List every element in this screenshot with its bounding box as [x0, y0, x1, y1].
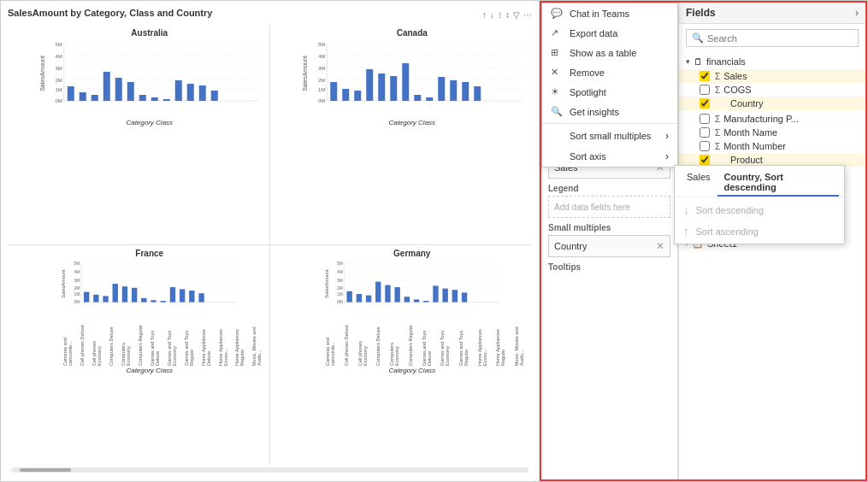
remove-item[interactable]: ✕ Remove	[542, 62, 677, 82]
spotlight-item[interactable]: ☀ Spotlight	[542, 82, 677, 102]
panel-title-australia: Australia	[33, 28, 266, 38]
svg-text:0M: 0M	[317, 98, 324, 103]
cat-label: Cell phones Deluxe	[80, 323, 85, 366]
panel-title-france: France	[33, 249, 266, 258]
fields-title: Fields	[686, 7, 716, 19]
cogs-checkbox[interactable]	[700, 85, 710, 95]
svg-rect-106	[452, 290, 457, 302]
month-number-checkbox[interactable]	[700, 141, 710, 151]
sort-tabs: Sales Country, Sort descending	[675, 166, 678, 197]
export-data-item[interactable]: ↗ Export data	[542, 23, 677, 43]
svg-rect-79	[189, 291, 194, 303]
panel-title-germany: Germany	[296, 249, 529, 258]
sort-ascending-item[interactable]: ↑ Sort ascending	[675, 220, 678, 242]
sales-checkbox[interactable]	[700, 71, 710, 81]
tooltips-label: Tooltips	[548, 262, 670, 272]
cat-label: Home Appliances Deluxe	[201, 323, 211, 366]
search-icon: 🔍	[692, 32, 704, 44]
country-checkbox[interactable]	[700, 98, 710, 109]
legend-label: Legend	[548, 184, 670, 193]
svg-text:5M: 5M	[74, 262, 80, 266]
svg-rect-15	[80, 92, 86, 101]
svg-rect-50	[438, 77, 445, 101]
cat-label-de: Games and Toys Regular	[458, 323, 469, 366]
sort-az-icon[interactable]: ↕	[505, 10, 510, 20]
svg-rect-49	[426, 97, 433, 101]
cogs-field-item[interactable]: Σ COGS	[679, 83, 865, 97]
expand-icon: ▾	[686, 57, 690, 66]
filter-icon[interactable]: ▽	[513, 10, 520, 20]
search-box[interactable]: 🔍	[686, 29, 859, 47]
svg-rect-41	[330, 82, 337, 101]
sigma-icon: Σ	[715, 72, 720, 81]
sigma-icon: Σ	[715, 85, 720, 95]
sort-small-multiples-item[interactable]: Sort small multiples	[542, 126, 677, 146]
svg-rect-16	[92, 95, 98, 101]
svg-text:SalesAmount: SalesAmount	[302, 56, 308, 91]
svg-rect-68	[84, 292, 89, 303]
export-icon: ↗	[551, 27, 563, 38]
month-name-field-item[interactable]: Σ Month Name	[679, 126, 865, 139]
more-options-icon[interactable]: ⋯	[523, 10, 532, 20]
month-name-checkbox[interactable]	[700, 127, 710, 138]
tooltips-section: Tooltips	[548, 262, 670, 272]
financials-group: ▾ 🗒 financials Σ Sales Σ COGS	[679, 54, 865, 110]
fields-nav-right[interactable]: ›	[855, 7, 859, 19]
svg-rect-20	[139, 95, 146, 101]
small-multiples-remove[interactable]: ✕	[656, 240, 664, 252]
sort-descending-item[interactable]: ↓ Sort descending	[675, 199, 678, 220]
small-multiples-box[interactable]: Country ✕	[548, 235, 670, 257]
insights-icon: 🔍	[551, 106, 563, 117]
financials-header[interactable]: ▾ 🗒 financials	[679, 54, 865, 69]
manufacturing-field-item[interactable]: Σ Manufacturing P...	[679, 112, 865, 126]
svg-rect-107	[461, 292, 466, 302]
manufacturing-checkbox[interactable]	[700, 114, 710, 124]
cat-label-de: Games and Toys Deluxe	[422, 323, 432, 366]
svg-rect-42	[342, 89, 349, 101]
svg-rect-43	[354, 91, 361, 101]
cat-label-de: Games and Toys Economy	[440, 323, 450, 366]
country-field-item[interactable]: Country	[679, 97, 865, 110]
svg-rect-18	[115, 78, 122, 101]
legend-placeholder[interactable]: Add data fields here	[548, 196, 670, 218]
cat-label-de: Home Appliances Econo...	[477, 323, 487, 366]
svg-rect-95	[346, 291, 351, 303]
chart-scrollbar[interactable]	[11, 467, 528, 473]
svg-rect-47	[402, 63, 409, 101]
svg-text:SalesAmount: SalesAmount	[39, 56, 45, 91]
cat-label: Games and Toys Regular	[184, 323, 194, 366]
cat-label-de: Computers Deluxe	[375, 323, 381, 366]
sigma-icon: Σ	[715, 142, 720, 151]
svg-rect-78	[180, 289, 185, 302]
svg-rect-44	[366, 69, 373, 101]
svg-text:1M: 1M	[336, 292, 342, 297]
table-view-icon: ⊞	[551, 47, 563, 58]
column-icon[interactable]: ⫶	[498, 10, 502, 20]
svg-rect-14	[68, 86, 74, 101]
svg-rect-77	[170, 287, 175, 303]
svg-rect-24	[187, 84, 194, 101]
sales-field-item[interactable]: Σ Sales	[679, 69, 865, 83]
svg-text:3M: 3M	[336, 279, 342, 283]
search-input[interactable]	[707, 33, 853, 44]
svg-text:5M: 5M	[55, 42, 62, 47]
svg-text:0M: 0M	[55, 98, 62, 103]
cat-label-de: Computers Economy	[389, 323, 399, 366]
get-insights-item[interactable]: 🔍 Get insights	[542, 102, 677, 121]
cat-label: Home Appliances Econo...	[218, 323, 228, 366]
svg-rect-96	[356, 294, 361, 303]
svg-rect-103	[423, 301, 428, 303]
month-number-field-item[interactable]: Σ Month Number	[679, 139, 865, 153]
svg-rect-19	[127, 82, 134, 101]
sort-desc-icon[interactable]: ↓	[490, 10, 494, 20]
svg-text:2M: 2M	[55, 78, 62, 83]
show-as-table-item[interactable]: ⊞ Show as a table	[542, 43, 677, 62]
chart-panel-australia: Australia 5M 4M 3M 2M 1M 0M	[8, 25, 270, 245]
cat-label: Home Appliances Regular	[234, 323, 245, 366]
product-checkbox[interactable]	[700, 155, 710, 165]
sort-icon[interactable]: ↑	[482, 10, 487, 20]
chat-in-teams-item[interactable]: 💬 Chat in Teams	[542, 3, 677, 23]
remove-icon: ✕	[551, 67, 563, 78]
svg-text:4M: 4M	[336, 270, 342, 274]
sort-axis-item[interactable]: Sort axis	[542, 146, 677, 167]
